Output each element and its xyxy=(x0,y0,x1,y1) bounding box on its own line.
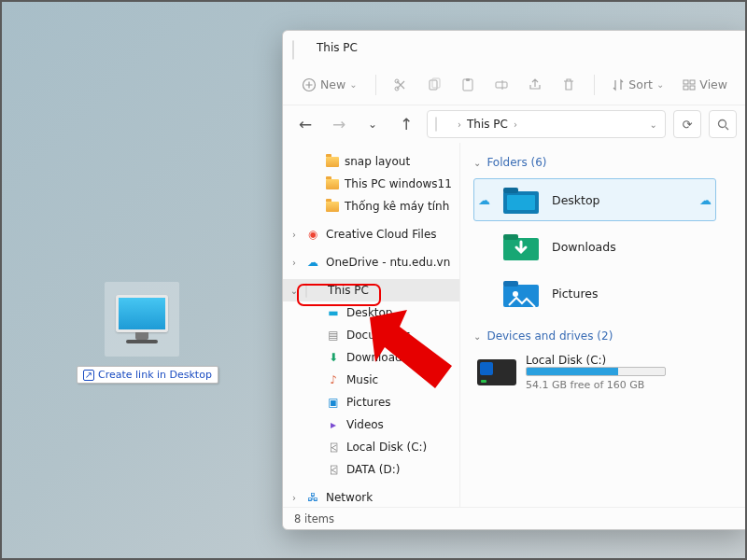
titlebar[interactable]: This PC xyxy=(283,31,746,64)
desktop-icon: ▬ xyxy=(326,305,341,320)
chevron-right-icon[interactable]: › xyxy=(289,258,300,268)
nav-quick-item[interactable]: This PC windows11 xyxy=(283,173,459,195)
chevron-down-icon: ⌄ xyxy=(473,158,481,168)
back-button[interactable]: ← xyxy=(292,111,318,137)
svg-rect-10 xyxy=(684,86,688,90)
folder-icon xyxy=(326,157,339,167)
refresh-button[interactable]: ⟳ xyxy=(673,110,701,138)
shortcut-arrow-icon: ↗ xyxy=(83,370,94,381)
tile-pictures[interactable]: Pictures xyxy=(473,272,716,315)
nav-documents[interactable]: ▤Documents xyxy=(283,324,459,346)
plus-circle-icon xyxy=(302,77,317,92)
chevron-right-icon: › xyxy=(514,119,517,130)
cloud-sync-icon: ☁ xyxy=(699,193,712,207)
drive-usage-fill xyxy=(527,368,618,375)
nav-creative-cloud[interactable]: ›◉Creative Cloud Files xyxy=(283,223,459,245)
tile-desktop[interactable]: ☁ Desktop ☁ xyxy=(473,178,716,221)
search-icon xyxy=(717,119,729,131)
downloads-icon: ⬇ xyxy=(326,350,341,365)
view-label: View xyxy=(699,77,727,91)
chevron-down-icon[interactable]: ⌄ xyxy=(650,119,657,130)
sort-icon xyxy=(612,78,625,91)
svg-rect-15 xyxy=(507,195,535,210)
videos-icon: ▸ xyxy=(326,417,341,432)
sort-button[interactable]: Sort ⌄ xyxy=(604,74,671,95)
delete-button[interactable] xyxy=(554,74,584,96)
nav-pictures[interactable]: ▣Pictures xyxy=(283,391,459,413)
address-bar-row: ← → ⌄ ↑ › This PC › ⌄ ⟳ xyxy=(283,105,746,143)
drive-usage-bar xyxy=(526,367,666,376)
drive-free-text: 54.1 GB free of 160 GB xyxy=(526,379,666,391)
nav-quick-item[interactable]: snap layout xyxy=(283,150,459,173)
svg-rect-17 xyxy=(503,234,518,240)
cut-button[interactable] xyxy=(386,74,416,96)
drive-icon: ⍃ xyxy=(326,462,341,477)
drive-icon xyxy=(477,359,516,385)
share-button[interactable] xyxy=(520,74,550,96)
thispc-icon xyxy=(305,284,322,297)
documents-icon: ▤ xyxy=(326,328,341,343)
paste-button[interactable] xyxy=(453,74,483,96)
breadcrumb[interactable]: › This PC › ⌄ xyxy=(427,110,666,138)
nav-local-disk-c[interactable]: ⍃Local Disk (C:) xyxy=(283,436,459,458)
view-icon xyxy=(683,78,696,91)
nav-desktop[interactable]: ▬Desktop xyxy=(283,301,459,324)
chevron-right-icon[interactable]: › xyxy=(289,230,300,240)
nav-videos[interactable]: ▸Videos xyxy=(283,413,459,436)
nav-this-pc[interactable]: ⌄This PC xyxy=(283,279,459,301)
svg-rect-7 xyxy=(496,82,507,88)
svg-rect-11 xyxy=(690,86,695,90)
chevron-right-icon[interactable]: › xyxy=(289,493,300,503)
status-bar: 8 items xyxy=(283,507,746,529)
nav-onedrive[interactable]: ›☁OneDrive - ntu.edu.vn xyxy=(283,251,459,273)
content-pane[interactable]: ⌄ Folders (6) ☁ Desktop ☁ Downloads xyxy=(460,143,746,507)
creative-cloud-icon: ◉ xyxy=(305,227,320,242)
drag-tooltip: ↗ Create link in Desktop xyxy=(77,366,218,384)
sort-label: Sort xyxy=(628,77,653,91)
rename-icon xyxy=(494,77,509,92)
paste-icon xyxy=(460,77,475,92)
nav-network[interactable]: ›🖧Network xyxy=(283,486,459,507)
status-item-count: 8 items xyxy=(294,512,334,525)
command-bar: New ⌄ Sort ⌄ View xyxy=(283,64,746,105)
copy-icon xyxy=(427,77,442,92)
scissors-icon xyxy=(393,77,408,92)
network-icon: 🖧 xyxy=(305,490,320,505)
navigation-pane[interactable]: snap layout This PC windows11 Thống kê m… xyxy=(283,143,460,507)
drive-icon: ⍃ xyxy=(326,440,341,455)
new-button[interactable]: New ⌄ xyxy=(294,74,365,96)
tile-downloads[interactable]: Downloads xyxy=(473,225,716,268)
drives-group-header[interactable]: ⌄ Devices and drives (2) xyxy=(473,329,733,343)
downloads-folder-icon xyxy=(501,230,541,263)
window-title: This PC xyxy=(317,41,358,54)
thispc-drag-icon xyxy=(105,282,179,357)
forward-button[interactable]: → xyxy=(326,111,352,137)
rename-button[interactable] xyxy=(486,74,516,96)
folders-group-header[interactable]: ⌄ Folders (6) xyxy=(473,156,733,169)
nav-downloads[interactable]: ⬇Downloads xyxy=(283,346,459,369)
svg-rect-14 xyxy=(503,188,518,193)
nav-data-d[interactable]: ⍃DATA (D:) xyxy=(283,458,459,481)
svg-point-12 xyxy=(718,119,726,127)
breadcrumb-segment[interactable]: This PC xyxy=(467,118,508,131)
chevron-down-icon[interactable]: ⌄ xyxy=(289,286,300,296)
desktop-folder-icon xyxy=(501,183,541,217)
nav-music[interactable]: ♪Music xyxy=(283,369,459,391)
music-icon: ♪ xyxy=(326,372,341,387)
nav-quick-item[interactable]: Thống kê máy tính xyxy=(283,195,459,217)
chevron-down-icon: ⌄ xyxy=(473,331,481,342)
chevron-down-icon: ⌄ xyxy=(656,79,664,90)
svg-rect-19 xyxy=(503,281,518,287)
copy-button[interactable] xyxy=(419,74,449,96)
new-button-label: New xyxy=(320,77,345,91)
recent-locations-button[interactable]: ⌄ xyxy=(359,111,386,137)
chevron-down-icon: ⌄ xyxy=(349,79,357,90)
folder-icon xyxy=(326,179,339,189)
view-button[interactable]: View xyxy=(675,74,735,95)
cloud-icon: ☁ xyxy=(305,255,320,270)
svg-point-20 xyxy=(513,291,518,297)
up-button[interactable]: ↑ xyxy=(393,111,419,137)
svg-rect-6 xyxy=(466,78,470,81)
search-button[interactable] xyxy=(709,110,737,138)
tile-local-disk-c[interactable]: Local Disk (C:) 54.1 GB free of 160 GB xyxy=(473,352,716,393)
